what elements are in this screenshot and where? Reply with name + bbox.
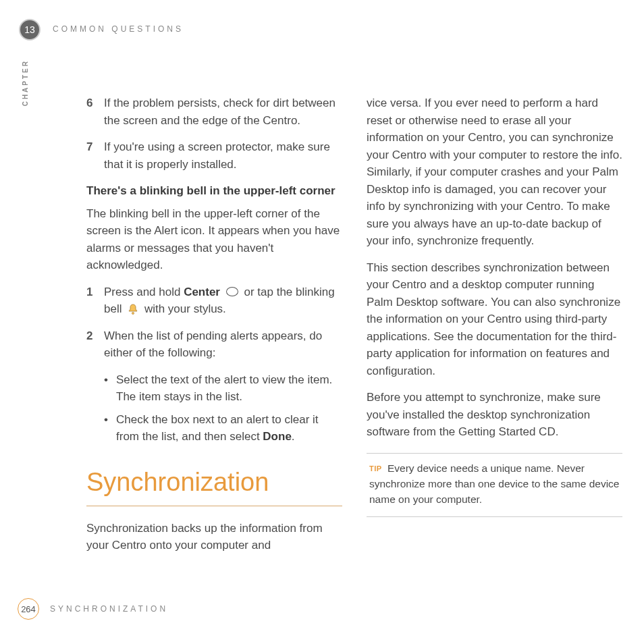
bullet-text: Check the box next to an alert to clear … bbox=[116, 411, 342, 446]
side-chapter-label: CHAPTER bbox=[22, 59, 29, 106]
step-number: 1 bbox=[86, 284, 104, 318]
tip-callout: TIP Every device needs a unique name. Ne… bbox=[367, 453, 622, 518]
section-title-synchronization: Synchronization bbox=[86, 463, 342, 502]
section-header-block: Synchronization bbox=[86, 463, 342, 506]
step-number: 6 bbox=[86, 95, 104, 129]
text-fragment: with your stylus. bbox=[141, 302, 226, 315]
bullet-dot: • bbox=[104, 411, 116, 446]
step-text: If the problem persists, check for dirt … bbox=[104, 95, 342, 129]
step-text: Press and hold Center or tap the blinkin… bbox=[104, 284, 342, 318]
paragraph: The blinking bell in the upper-left corn… bbox=[86, 205, 342, 274]
chapter-number-badge: 13 bbox=[19, 19, 41, 41]
bold-center: Center bbox=[184, 286, 220, 298]
step-text: When the list of pending alerts appears,… bbox=[104, 327, 342, 362]
tip-label: TIP bbox=[369, 464, 382, 473]
bullet-text: Select the text of the alert to view the… bbox=[116, 371, 342, 406]
step-number: 2 bbox=[86, 327, 104, 362]
bullet-item: • Select the text of the alert to view t… bbox=[104, 371, 342, 406]
chapter-number: 13 bbox=[24, 24, 35, 35]
bullet-item: • Check the box next to an alert to clea… bbox=[104, 411, 342, 446]
tip-text: Every device needs a unique name. Never … bbox=[369, 462, 620, 506]
paragraph: This section describes synchronization b… bbox=[367, 259, 622, 380]
subheading-blinking-bell: There's a blinking bell in the upper-lef… bbox=[86, 182, 342, 200]
text-fragment: Press and hold bbox=[104, 286, 184, 298]
page-number: 264 bbox=[21, 604, 36, 614]
bell-icon bbox=[126, 303, 140, 315]
svg-point-0 bbox=[132, 312, 134, 314]
bold-done: Done bbox=[263, 430, 292, 443]
numbered-step-1: 1 Press and hold Center or tap the blink… bbox=[86, 284, 342, 318]
numbered-step-7: 7 If you're using a screen protector, ma… bbox=[86, 138, 342, 173]
page-number-badge: 264 bbox=[18, 598, 39, 620]
paragraph: vice versa. If you ever need to perform … bbox=[367, 95, 622, 250]
bullet-dot: • bbox=[104, 371, 116, 406]
page-footer: 264 SYNCHRONIZATION bbox=[18, 598, 168, 620]
numbered-step-6: 6 If the problem persists, check for dir… bbox=[86, 95, 342, 129]
step-text: If you're using a screen protector, make… bbox=[104, 138, 342, 173]
section-rule bbox=[86, 506, 342, 506]
page-content: 6 If the problem persists, check for dir… bbox=[86, 95, 622, 574]
bullet-list: • Select the text of the alert to view t… bbox=[104, 371, 342, 446]
center-button-icon bbox=[226, 287, 238, 296]
numbered-step-2: 2 When the list of pending alerts appear… bbox=[86, 327, 342, 362]
step-number: 7 bbox=[86, 138, 104, 173]
header-chapter-title: COMMON QUESTIONS bbox=[53, 24, 184, 34]
text-fragment: . bbox=[292, 430, 295, 443]
paragraph: Synchronization backs up the information… bbox=[86, 520, 342, 554]
footer-section-label: SYNCHRONIZATION bbox=[50, 604, 168, 614]
paragraph: Before you attempt to synchronize, make … bbox=[367, 389, 622, 441]
